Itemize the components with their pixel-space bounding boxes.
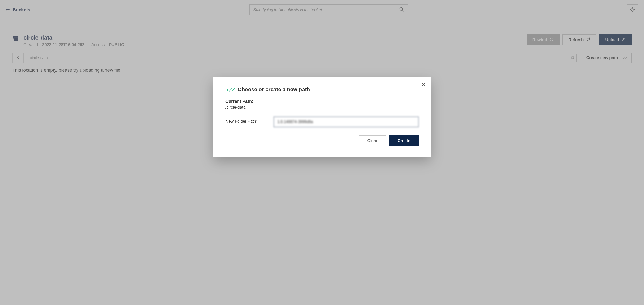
create-button[interactable]: Create bbox=[389, 135, 418, 146]
modal-overlay[interactable]: ✕ :// Choose or create a new path Curren… bbox=[0, 0, 644, 305]
modal-title-row: :// Choose or create a new path bbox=[226, 86, 418, 93]
close-icon: ✕ bbox=[421, 81, 426, 88]
modal-close-button[interactable]: ✕ bbox=[421, 82, 426, 88]
new-folder-path-label: New Folder Path* bbox=[226, 116, 266, 124]
modal-title: Choose or create a new path bbox=[238, 86, 310, 93]
path-icon: :// bbox=[226, 87, 234, 93]
current-path-value: /circle-data bbox=[226, 105, 418, 110]
clear-button[interactable]: Clear bbox=[359, 135, 386, 146]
new-folder-path-input[interactable] bbox=[274, 116, 418, 127]
modal-actions: Clear Create bbox=[226, 135, 418, 146]
new-folder-row: New Folder Path* bbox=[226, 116, 418, 127]
current-path-label: Current Path: bbox=[226, 99, 418, 104]
create-path-modal: ✕ :// Choose or create a new path Curren… bbox=[214, 77, 430, 156]
current-path-section: Current Path: /circle-data bbox=[226, 99, 418, 110]
